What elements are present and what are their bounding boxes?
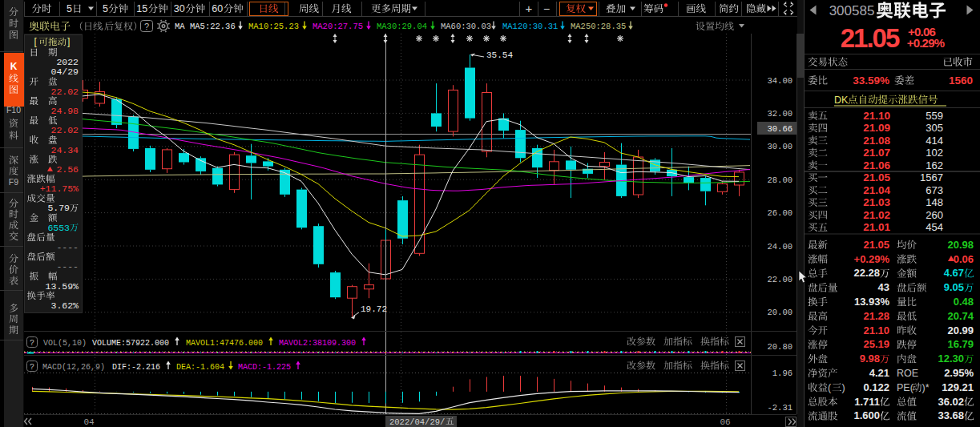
svg-text:?: ?	[30, 339, 34, 348]
svg-text:+11.75%: +11.75%	[40, 183, 79, 194]
svg-text:26.00: 26.00	[767, 208, 792, 218]
svg-text:559: 559	[926, 110, 943, 122]
svg-text:MA20:27.75: MA20:27.75	[313, 22, 363, 31]
svg-text:1.711: 1.711	[854, 396, 880, 408]
svg-text:6553: 6553	[47, 223, 70, 233]
svg-text:21.28: 21.28	[863, 310, 889, 322]
svg-text:MACD(12,26,9): MACD(12,26,9)	[42, 363, 105, 372]
svg-text:30.00: 30.00	[767, 142, 792, 151]
svg-text:04/29: 04/29	[50, 66, 79, 77]
svg-text:21.08: 21.08	[863, 135, 890, 147]
svg-text:129.21: 129.21	[942, 381, 974, 393]
svg-text:21.09: 21.09	[863, 122, 890, 134]
svg-text:22.02: 22.02	[50, 87, 79, 97]
svg-text:24.34: 24.34	[50, 145, 79, 155]
svg-text:]: ]	[67, 36, 70, 47]
svg-text:3.62%: 3.62%	[50, 300, 79, 311]
svg-text:PE(: PE(	[897, 382, 914, 393]
svg-text:K: K	[10, 61, 18, 72]
svg-text:?: ?	[30, 363, 34, 372]
svg-text:4.67: 4.67	[944, 267, 964, 279]
svg-text:DIF:-2.216: DIF:-2.216	[112, 363, 160, 372]
svg-text:24.98: 24.98	[50, 106, 79, 116]
svg-text:06: 06	[720, 417, 730, 427]
svg-text:2.95%: 2.95%	[944, 367, 974, 379]
svg-text:)*: )*	[922, 382, 930, 393]
svg-text:260: 260	[926, 209, 943, 221]
svg-text:MA60:30.03: MA60:30.03	[441, 22, 491, 31]
svg-text:21.05: 21.05	[863, 171, 890, 183]
svg-text:60: 60	[212, 3, 223, 14]
svg-text:0.122: 0.122	[863, 381, 889, 393]
svg-text:673: 673	[926, 184, 943, 196]
svg-text:19.72: 19.72	[361, 304, 387, 314]
svg-text:24.00: 24.00	[767, 242, 792, 252]
svg-text:162: 162	[926, 159, 943, 171]
svg-text:ROE: ROE	[897, 368, 918, 379]
svg-text:21.03: 21.03	[863, 196, 890, 208]
svg-text:MA10:25.23: MA10:25.23	[248, 22, 299, 31]
svg-text:+0.29%: +0.29%	[907, 36, 945, 50]
svg-text:33.68: 33.68	[938, 409, 964, 421]
svg-text:30.66: 30.66	[767, 124, 792, 134]
svg-text:MA120:30.31: MA120:30.31	[502, 22, 558, 31]
svg-text:34.00: 34.00	[767, 76, 792, 86]
svg-text:21.10: 21.10	[863, 110, 890, 122]
svg-text:13.59%: 13.59%	[46, 281, 79, 292]
svg-text:MA: MA	[175, 22, 185, 31]
svg-text:148: 148	[926, 196, 943, 208]
svg-text:33.59%: 33.59%	[853, 75, 889, 87]
svg-text:1560: 1560	[949, 75, 973, 87]
svg-text:20.00: 20.00	[767, 308, 792, 317]
svg-text:): )	[842, 382, 845, 393]
svg-text:VOL(5,10): VOL(5,10)	[43, 339, 87, 348]
svg-text:MAVOL1:47476.000: MAVOL1:47476.000	[186, 339, 263, 348]
svg-text:15: 15	[136, 3, 147, 14]
svg-text:21.04: 21.04	[863, 184, 890, 196]
svg-text:MA30:29.04: MA30:29.04	[377, 22, 427, 31]
svg-text:22.00: 22.00	[767, 275, 792, 284]
svg-text:30: 30	[174, 3, 185, 14]
svg-text:36.02: 36.02	[938, 396, 964, 408]
svg-text:,: ,	[101, 21, 103, 30]
svg-text:−: −	[543, 2, 550, 15]
svg-text:DK: DK	[834, 95, 849, 106]
svg-text:F10: F10	[6, 105, 21, 115]
svg-text:21.05: 21.05	[841, 23, 900, 53]
svg-text:21.07: 21.07	[863, 147, 890, 159]
svg-text:0.48: 0.48	[954, 296, 974, 308]
svg-text:+0.29%: +0.29%	[854, 253, 890, 265]
svg-text:43: 43	[878, 281, 889, 293]
svg-text:35.54: 35.54	[486, 50, 513, 60]
svg-text:2.56: 2.56	[56, 164, 79, 175]
svg-text:20.98: 20.98	[947, 239, 974, 251]
svg-text:21.10: 21.10	[863, 324, 889, 336]
svg-text:9.05: 9.05	[944, 281, 964, 293]
svg-text:305: 305	[926, 122, 943, 134]
svg-text:0.06: 0.06	[954, 253, 974, 265]
svg-text:28.00: 28.00	[767, 175, 792, 185]
svg-text:13.93%: 13.93%	[854, 296, 890, 308]
svg-text:04: 04	[83, 417, 95, 427]
svg-text:25.19: 25.19	[863, 338, 889, 350]
svg-text:21.06: 21.06	[863, 159, 890, 171]
svg-text:5: 5	[103, 3, 108, 14]
svg-text:2022: 2022	[56, 57, 79, 67]
svg-text:21.02: 21.02	[863, 209, 890, 221]
svg-text:21.05: 21.05	[863, 239, 889, 251]
svg-text:MA5:22.36: MA5:22.36	[190, 22, 236, 31]
svg-text:12.30: 12.30	[938, 352, 964, 365]
svg-text:F9: F9	[9, 177, 18, 187]
svg-text:9.98: 9.98	[860, 352, 880, 365]
svg-text:20.74: 20.74	[947, 310, 974, 322]
svg-text:+: +	[526, 2, 533, 15]
svg-text:-2.31: -2.31	[767, 403, 792, 413]
svg-text:5.79: 5.79	[47, 203, 70, 213]
svg-text:?: ?	[144, 22, 149, 31]
svg-text:4.21: 4.21	[869, 367, 889, 379]
svg-text:454: 454	[926, 221, 943, 233]
svg-text:DEA:-1.604: DEA:-1.604	[176, 363, 224, 372]
svg-text:20.99: 20.99	[947, 324, 974, 336]
svg-text:16.79: 16.79	[947, 338, 974, 350]
svg-text:2022/04/29/: 2022/04/29/	[389, 417, 445, 427]
